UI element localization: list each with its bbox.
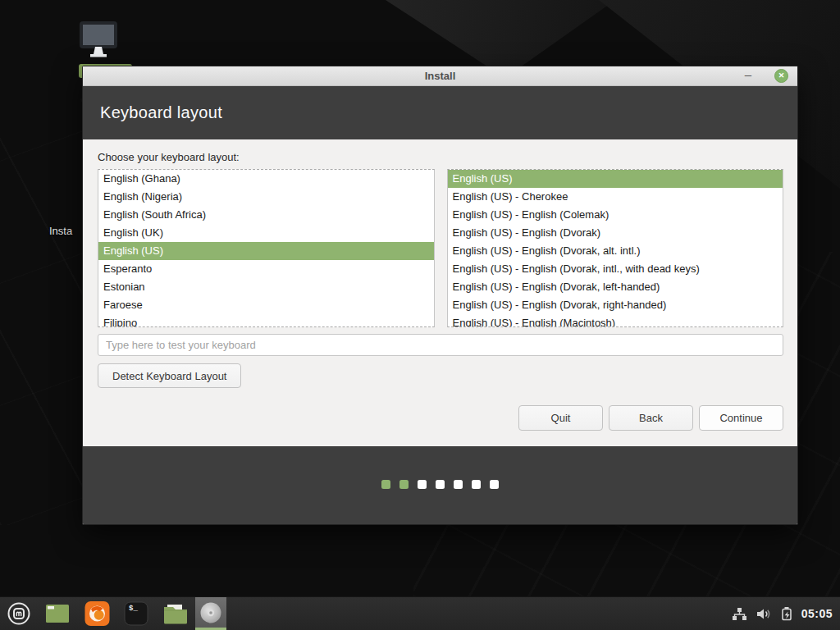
layout-list[interactable]: English (Ghana)English (Nigeria)English … xyxy=(98,169,435,327)
network-icon[interactable] xyxy=(732,607,747,621)
computer-monitor-icon xyxy=(79,21,118,59)
show-desktop-icon xyxy=(45,603,70,624)
variant-option[interactable]: English (US) - Cherokee xyxy=(448,188,783,206)
progress-dot xyxy=(436,480,445,489)
taskbar: $_ xyxy=(0,596,840,630)
progress-dot xyxy=(490,480,499,489)
terminal-launcher[interactable]: $_ xyxy=(116,597,156,630)
close-button[interactable]: ✕ xyxy=(774,69,788,83)
variant-list[interactable]: English (US)English (US) - CherokeeEngli… xyxy=(447,169,784,327)
mint-menu-button[interactable] xyxy=(0,597,38,630)
show-desktop-button[interactable] xyxy=(38,597,77,630)
terminal-prompt-glyph: $_ xyxy=(129,605,138,613)
variant-option[interactable]: English (US) - English (Dvorak) xyxy=(448,224,783,242)
variant-option[interactable]: English (US) - English (Dvorak, right-ha… xyxy=(448,296,783,314)
back-button[interactable]: Back xyxy=(609,405,693,431)
folder-icon xyxy=(162,602,189,625)
layout-option[interactable]: English (Ghana) xyxy=(98,170,434,188)
choose-layout-label: Choose your keyboard layout: xyxy=(98,151,783,163)
progress-dot xyxy=(399,480,409,489)
variant-option[interactable]: English (US) - English (Dvorak, intl., w… xyxy=(448,260,783,278)
system-tray: 05:05 xyxy=(732,606,840,621)
terminal-icon: $_ xyxy=(124,601,148,626)
mint-logo-icon xyxy=(7,601,31,626)
taskbar-launchers: $_ xyxy=(0,597,226,630)
layout-option[interactable]: Filipino xyxy=(98,314,434,327)
variant-option[interactable]: English (US) xyxy=(448,170,783,188)
cd-disc-icon xyxy=(199,601,222,624)
firefox-icon xyxy=(84,601,110,626)
progress-dot xyxy=(418,480,427,489)
close-icon: ✕ xyxy=(778,72,785,80)
layout-lists: English (Ghana)English (Nigeria)English … xyxy=(98,169,783,327)
volume-icon[interactable] xyxy=(756,607,772,621)
installer-taskbar-button[interactable] xyxy=(195,597,226,630)
detect-layout-button[interactable]: Detect Keyboard Layout xyxy=(98,363,241,388)
variant-option[interactable]: English (US) - English (Macintosh) xyxy=(448,314,783,327)
clock[interactable]: 05:05 xyxy=(801,607,833,620)
progress-dot xyxy=(381,480,390,489)
nav-buttons: Quit Back Continue xyxy=(518,405,783,431)
quit-button[interactable]: Quit xyxy=(518,405,603,431)
installer-window: Install – ✕ Keyboard layout Choose your … xyxy=(82,66,798,525)
layout-option[interactable]: Estonian xyxy=(98,278,434,296)
window-titlebar[interactable]: Install – ✕ xyxy=(83,66,797,86)
layout-option[interactable]: English (South Africa) xyxy=(98,206,434,224)
progress-dots xyxy=(381,480,499,489)
layout-option[interactable]: Esperanto xyxy=(98,260,434,278)
progress-dot xyxy=(454,480,463,489)
desktop-icon-install-label[interactable]: Insta xyxy=(49,225,72,237)
continue-button[interactable]: Continue xyxy=(699,405,783,431)
minimize-button[interactable]: – xyxy=(740,66,756,84)
window-title: Install xyxy=(425,70,456,82)
progress-dot xyxy=(472,480,481,489)
variant-option[interactable]: English (US) - English (Colemak) xyxy=(448,206,783,224)
variant-option[interactable]: English (US) - English (Dvorak, alt. int… xyxy=(448,242,783,260)
content-area: Choose your keyboard layout: English (Gh… xyxy=(83,139,797,446)
layout-option[interactable]: English (US) xyxy=(98,242,434,260)
window-footer xyxy=(83,446,797,524)
page-title: Keyboard layout xyxy=(100,103,222,122)
variant-option[interactable]: English (US) - English (Dvorak, left-han… xyxy=(448,278,783,296)
firefox-launcher[interactable] xyxy=(77,597,116,630)
battery-icon[interactable] xyxy=(780,606,793,621)
layout-option[interactable]: Faroese xyxy=(98,296,434,314)
desktop: { "desktop": { "computer_label": "Comput… xyxy=(0,0,840,630)
layout-option[interactable]: English (Nigeria) xyxy=(98,188,434,206)
keyboard-test-input[interactable] xyxy=(98,334,783,356)
page-header: Keyboard layout xyxy=(83,86,797,139)
layout-option[interactable]: English (UK) xyxy=(98,224,434,242)
files-launcher[interactable] xyxy=(156,597,195,630)
